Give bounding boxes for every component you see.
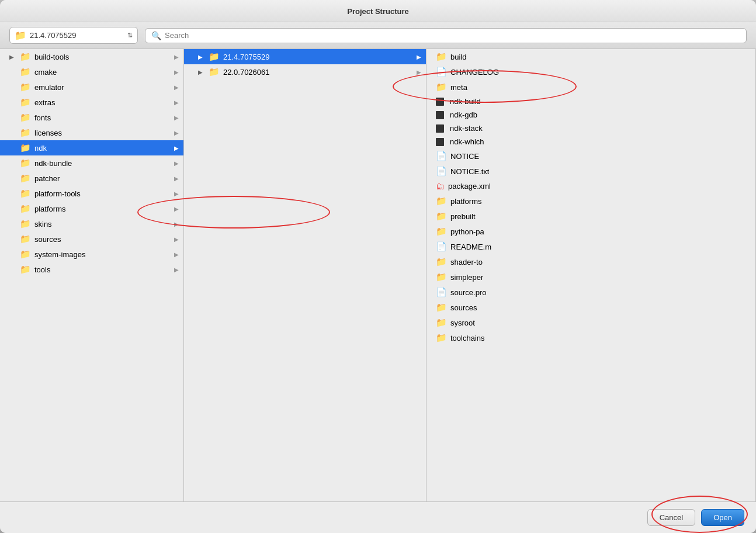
- list-item[interactable]: 📁 licenses ▶: [0, 125, 183, 140]
- file-name: package.xml: [448, 182, 491, 191]
- chevron-right-icon: ▶: [417, 69, 421, 75]
- list-item[interactable]: 📄 NOTICE.txt: [426, 164, 755, 179]
- column-3: 📁 build 📄 CHANGELOG 📁 meta ndk-build ndk…: [426, 49, 756, 501]
- doc-icon: 📄: [436, 166, 447, 176]
- folder-icon: 📁: [20, 82, 31, 92]
- list-item[interactable]: 📁 platforms ▶: [0, 201, 183, 216]
- list-item[interactable]: ndk-gdb: [426, 108, 755, 122]
- file-name: skins: [34, 220, 52, 229]
- file-name: NOTICE.txt: [450, 167, 489, 176]
- open-button[interactable]: Open: [701, 509, 744, 526]
- list-item[interactable]: 🗂 package.xml: [426, 179, 755, 193]
- chevron-right-icon: ▶: [174, 99, 179, 106]
- list-item[interactable]: 📁 cmake ▶: [0, 64, 183, 79]
- file-name: platforms: [34, 205, 65, 213]
- list-item[interactable]: 📁 skins ▶: [0, 216, 183, 231]
- toolbar: 📁 21.4.7075529 ⇅ 🔍: [0, 22, 756, 49]
- chevron-right-icon: ▶: [174, 251, 179, 258]
- chevron-right-icon: ▶: [174, 160, 179, 167]
- list-item[interactable]: 📁 meta: [426, 79, 755, 95]
- folder-selector-label: 21.4.7075529: [30, 31, 124, 40]
- chevron-right-icon: ▶: [174, 54, 179, 60]
- list-item[interactable]: 📁 sysroot: [426, 315, 755, 330]
- cancel-button[interactable]: Cancel: [647, 509, 695, 526]
- exe-icon: [436, 138, 444, 146]
- list-item[interactable]: 📁 system-images ▶: [0, 247, 183, 262]
- folder-icon: 📁: [436, 333, 447, 343]
- list-item[interactable]: 📁 emulator ▶: [0, 79, 183, 95]
- list-item[interactable]: 📄 CHANGELOG: [426, 64, 755, 79]
- expand-arrow-icon: ▶: [198, 69, 205, 75]
- folder-icon: 📁: [20, 234, 31, 244]
- file-name: python-pa: [450, 227, 484, 236]
- list-item[interactable]: 📁 build: [426, 49, 755, 64]
- column-2: ▶ 📁 21.4.7075529 ▶ ▶ 📁 22.0.7026061 ▶: [184, 49, 426, 501]
- doc-icon: 📄: [436, 151, 447, 161]
- file-name: simpleper: [450, 273, 483, 282]
- chevron-right-icon: ▶: [174, 69, 179, 75]
- list-item[interactable]: 📁 simpleper: [426, 269, 755, 285]
- list-item[interactable]: ndk-build: [426, 95, 755, 108]
- columns-area: ▶ 📁 build-tools ▶ 📁 cmake ▶ 📁 emulator ▶…: [0, 49, 756, 502]
- column-1: ▶ 📁 build-tools ▶ 📁 cmake ▶ 📁 emulator ▶…: [0, 49, 184, 501]
- list-item[interactable]: 📁 platform-tools ▶: [0, 186, 183, 201]
- folder-icon: 📁: [20, 97, 31, 108]
- folder-icon: 📁: [436, 196, 447, 206]
- file-name: sources: [34, 235, 61, 244]
- list-item[interactable]: 📁 sources: [426, 300, 755, 315]
- file-name: tools: [34, 265, 50, 274]
- expand-arrow-icon: ▶: [198, 54, 205, 60]
- list-item[interactable]: ▶ 📁 22.0.7026061 ▶: [184, 64, 426, 79]
- list-item[interactable]: 📁 platforms: [426, 193, 755, 209]
- dialog-title: Project Structure: [347, 7, 408, 16]
- chevron-updown-icon: ⇅: [127, 32, 133, 39]
- list-item[interactable]: 📁 tools ▶: [0, 262, 183, 277]
- file-name: ndk-bundle: [34, 159, 72, 168]
- exe-icon: [436, 98, 444, 106]
- list-item[interactable]: ▶ 📁 21.4.7075529 ▶: [184, 49, 426, 64]
- file-name: NOTICE: [450, 152, 479, 161]
- list-item[interactable]: ndk-which: [426, 135, 755, 148]
- folder-icon: 📁: [209, 67, 220, 77]
- list-item[interactable]: 📁 ndk-bundle ▶: [0, 155, 183, 171]
- list-item[interactable]: 📁 patcher ▶: [0, 171, 183, 186]
- list-item[interactable]: ndk-stack: [426, 122, 755, 135]
- doc-icon: 📄: [436, 287, 447, 297]
- search-box[interactable]: 🔍: [145, 28, 747, 43]
- file-name: ndk-stack: [450, 124, 483, 133]
- list-item[interactable]: 📁 sources ▶: [0, 231, 183, 247]
- file-name: extras: [34, 98, 55, 107]
- list-item[interactable]: 📁 toolchains: [426, 330, 755, 345]
- chevron-right-icon: ▶: [174, 236, 179, 243]
- chevron-right-icon: ▶: [174, 266, 179, 273]
- list-item[interactable]: 📁 ndk ▶: [0, 140, 183, 155]
- chevron-right-icon: ▶: [417, 54, 421, 60]
- list-item[interactable]: 📄 README.m: [426, 239, 755, 254]
- file-name: source.pro: [450, 288, 486, 297]
- list-item[interactable]: ▶ 📁 build-tools ▶: [0, 49, 183, 64]
- exe-icon: [436, 111, 444, 119]
- list-item[interactable]: 📄 NOTICE: [426, 148, 755, 164]
- chevron-right-icon: ▶: [174, 221, 179, 227]
- chevron-right-icon: ▶: [174, 145, 179, 151]
- folder-icon: 📁: [20, 203, 31, 214]
- list-item[interactable]: 📁 shader-to: [426, 254, 755, 269]
- chevron-right-icon: ▶: [174, 130, 179, 136]
- expand-arrow-icon: ▶: [9, 54, 16, 60]
- list-item[interactable]: 📁 prebuilt: [426, 209, 755, 224]
- folder-icon: 📁: [20, 51, 31, 62]
- file-name: 22.0.7026061: [223, 68, 270, 77]
- list-item[interactable]: 📄 source.pro: [426, 285, 755, 300]
- project-structure-dialog: Project Structure 📁 21.4.7075529 ⇅ 🔍 ▶ 📁…: [0, 0, 756, 533]
- list-item[interactable]: 📁 fonts ▶: [0, 110, 183, 125]
- file-name: build-tools: [34, 53, 69, 61]
- file-name: README.m: [450, 243, 491, 251]
- list-item[interactable]: 📁 extras ▶: [0, 95, 183, 110]
- chevron-right-icon: ▶: [174, 206, 179, 212]
- chevron-right-icon: ▶: [174, 115, 179, 121]
- search-input[interactable]: [165, 31, 740, 40]
- folder-selector[interactable]: 📁 21.4.7075529 ⇅: [9, 27, 138, 44]
- list-item[interactable]: 📁 python-pa: [426, 224, 755, 239]
- doc-icon: 📄: [436, 67, 447, 77]
- file-name: shader-to: [450, 258, 483, 266]
